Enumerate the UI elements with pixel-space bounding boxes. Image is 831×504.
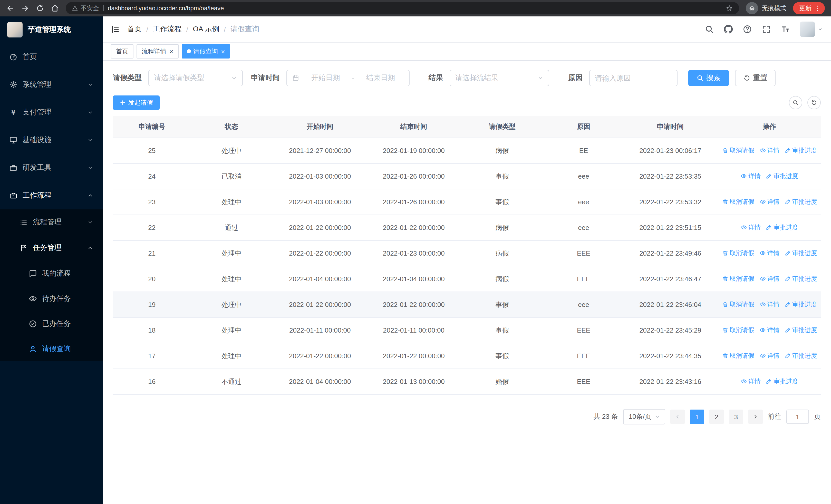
apply-time-range-picker[interactable]: 开始日期 - 结束日期	[286, 70, 409, 86]
approval-progress-link[interactable]: 审批进度	[784, 249, 817, 258]
sidebar-item-todo-tasks[interactable]: 待办任务	[0, 286, 103, 311]
breadcrumb-workflow[interactable]: 工作流程	[153, 25, 182, 34]
home-icon[interactable]	[51, 4, 59, 12]
address-bar[interactable]: 不安全 dashboard.yudao.iocoder.cn/bpm/oa/le…	[66, 2, 739, 14]
reset-button[interactable]: 重置	[735, 70, 776, 86]
tab-process-detail[interactable]: 流程详情 ×	[137, 44, 178, 59]
cancel-leave-link[interactable]: 取消请假	[722, 326, 754, 335]
cancel-leave-link[interactable]: 取消请假	[722, 146, 754, 155]
cell-id: 25	[113, 138, 191, 164]
sidebar-item-home[interactable]: 首页	[0, 43, 103, 71]
cancel-leave-link[interactable]: 取消请假	[722, 352, 754, 360]
security-indicator[interactable]: 不安全	[72, 4, 99, 12]
cell-status: 处理中	[191, 266, 272, 292]
sidebar-item-leave-query[interactable]: 请假查询	[0, 336, 103, 361]
tab-leave-query[interactable]: 请假查询 ×	[181, 44, 230, 59]
table-body: 25 处理中 2021-12-27 00:00:00 2022-01-19 00…	[113, 138, 821, 394]
cell-id: 22	[113, 215, 191, 240]
result-select[interactable]: 请选择流结果	[450, 70, 549, 86]
chevron-down-icon	[87, 137, 93, 143]
detail-link[interactable]: 详情	[760, 352, 779, 360]
page-size-select[interactable]: 10条/页	[623, 409, 665, 424]
detail-link[interactable]: 详情	[760, 146, 779, 155]
page-button-2[interactable]: 2	[709, 410, 724, 424]
sidebar-item-my-process[interactable]: 我的流程	[0, 261, 103, 286]
end-date-placeholder: 结束日期	[357, 73, 404, 83]
detail-link[interactable]: 详情	[760, 326, 779, 335]
sidebar-item-task-mgmt[interactable]: 任务管理	[0, 235, 103, 261]
sidebar-item-system-mgmt[interactable]: 系统管理	[0, 71, 103, 98]
detail-link[interactable]: 详情	[760, 300, 779, 309]
dashboard-icon	[9, 53, 18, 61]
sidebar-item-infrastructure[interactable]: 基础设施	[0, 126, 103, 154]
reason-input[interactable]	[589, 70, 678, 86]
sidebar-item-label: 已办任务	[42, 319, 71, 328]
sidebar-item-workflow[interactable]: 工作流程	[0, 182, 103, 209]
cancel-leave-link[interactable]: 取消请假	[722, 249, 754, 258]
browser-toolbar: 不安全 dashboard.yudao.iocoder.cn/bpm/oa/le…	[0, 0, 831, 17]
user-menu[interactable]	[800, 22, 823, 37]
approval-progress-link[interactable]: 审批进度	[784, 146, 817, 155]
back-icon[interactable]	[6, 4, 15, 12]
font-size-icon[interactable]	[781, 25, 790, 34]
approval-progress-link[interactable]: 审批进度	[766, 223, 798, 232]
cancel-leave-link[interactable]: 取消请假	[722, 198, 754, 206]
reload-icon[interactable]	[36, 4, 44, 12]
kebab-menu-icon[interactable]	[814, 5, 821, 12]
forward-icon[interactable]	[21, 4, 29, 12]
cell-status: 处理中	[191, 138, 272, 164]
incognito-badge: 无痕模式	[746, 2, 786, 14]
detail-link[interactable]: 详情	[741, 172, 761, 181]
approval-progress-link[interactable]: 审批进度	[784, 326, 817, 335]
table-header-row: 申请编号 状态 开始时间 结束时间 请假类型 原因 申请时间 操作	[113, 116, 821, 138]
detail-link[interactable]: 详情	[760, 198, 779, 206]
browser-update-button[interactable]: 更新	[793, 2, 825, 14]
refresh-table-button[interactable]	[807, 96, 821, 109]
breadcrumb-separator: /	[186, 25, 189, 33]
help-icon[interactable]	[743, 25, 752, 34]
approval-progress-link[interactable]: 审批进度	[784, 300, 817, 309]
close-tab-icon[interactable]: ×	[221, 48, 225, 55]
github-icon[interactable]	[724, 25, 733, 34]
create-leave-button[interactable]: 发起请假	[113, 95, 160, 110]
approval-progress-link[interactable]: 审批进度	[784, 198, 817, 206]
approval-progress-link[interactable]: 审批进度	[784, 352, 817, 360]
detail-link[interactable]: 详情	[760, 274, 779, 283]
breadcrumb-home[interactable]: 首页	[127, 25, 142, 34]
sidebar-item-done-tasks[interactable]: 已办任务	[0, 311, 103, 336]
action-label: 取消请假	[729, 274, 754, 283]
search-button[interactable]: 搜索	[688, 70, 729, 86]
search-icon[interactable]	[705, 25, 714, 34]
leave-type-select[interactable]: 请选择请假类型	[148, 70, 243, 86]
prev-page-button[interactable]	[670, 410, 685, 424]
fullscreen-icon[interactable]	[762, 25, 771, 34]
goto-page-input[interactable]	[786, 410, 809, 424]
cancel-leave-link[interactable]: 取消请假	[722, 274, 754, 283]
sidebar-item-label: 任务管理	[33, 243, 62, 253]
cancel-leave-link[interactable]: 取消请假	[722, 300, 754, 309]
page-button-3[interactable]: 3	[729, 410, 743, 424]
sidebar-item-payment-mgmt[interactable]: ¥ 支付管理	[0, 98, 103, 126]
action-label: 详情	[767, 146, 779, 155]
approval-progress-link[interactable]: 审批进度	[766, 172, 798, 181]
sidebar-item-dev-tools[interactable]: 研发工具	[0, 154, 103, 182]
toggle-search-button[interactable]	[789, 96, 802, 109]
close-tab-icon[interactable]: ×	[169, 48, 173, 55]
breadcrumb-oa-example[interactable]: OA 示例	[193, 25, 220, 34]
sidebar-item-process-mgmt[interactable]: 流程管理	[0, 209, 103, 235]
detail-link[interactable]: 详情	[760, 249, 779, 258]
approval-progress-link[interactable]: 审批进度	[766, 377, 798, 386]
sidebar-fold-icon[interactable]	[111, 25, 120, 34]
app-logo[interactable]: 芋道管理系统	[0, 17, 103, 43]
next-page-button[interactable]	[748, 410, 763, 424]
cell-actions: 取消请假详情审批进度	[718, 292, 821, 318]
tab-home[interactable]: 首页	[111, 44, 134, 59]
detail-link[interactable]: 详情	[741, 223, 761, 232]
cell-start-time: 2022-01-04 00:00:00	[272, 266, 368, 292]
approval-progress-link[interactable]: 审批进度	[784, 274, 817, 283]
detail-link[interactable]: 详情	[741, 377, 761, 386]
cell-reason: EEE	[545, 240, 622, 266]
page-button-1[interactable]: 1	[690, 410, 704, 424]
cell-status: 处理中	[191, 240, 272, 266]
bookmark-star-icon[interactable]	[726, 5, 733, 12]
